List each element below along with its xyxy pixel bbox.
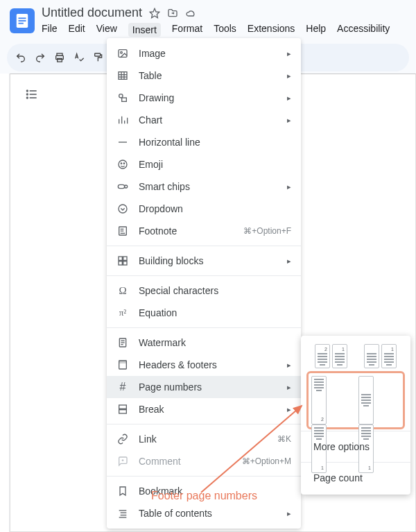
svg-point-14: [27, 97, 28, 98]
menu-item-dropdown[interactable]: Dropdown: [107, 198, 301, 220]
menu-item-emoji[interactable]: Emoji: [107, 153, 301, 175]
menu-item-label: Horizontal line: [139, 137, 291, 148]
menu-item-label: Building blocks: [139, 255, 277, 266]
svg-rect-17: [119, 72, 127, 80]
svg-rect-23: [122, 98, 127, 101]
menu-tools[interactable]: Tools: [214, 23, 236, 37]
svg-rect-48: [119, 361, 127, 363]
break-icon: [116, 403, 129, 415]
app-header: Untitled document File Edit View Insert …: [0, 0, 416, 37]
pagenum-footer-skip-first-option[interactable]: 1: [358, 376, 400, 424]
menu-help[interactable]: Help: [306, 23, 326, 37]
menu-item-label: Footnote: [139, 225, 234, 237]
menu-item-label: Table of contents: [139, 508, 277, 519]
hr-icon: [116, 136, 129, 148]
drawing-icon: [116, 92, 129, 104]
submenu-arrow-icon: ▸: [287, 71, 291, 80]
page-numbers-submenu: 2 1 1 2 1 1 More options Page count: [301, 336, 410, 495]
docs-logo[interactable]: [10, 8, 35, 33]
outline-toggle-icon[interactable]: [25, 87, 39, 104]
spellcheck-icon[interactable]: [73, 52, 85, 63]
pagenum-footer-right-option[interactable]: 2 1: [311, 376, 353, 424]
menu-item-table[interactable]: Table▸: [107, 65, 301, 87]
link-icon: [116, 433, 129, 445]
menu-item-smart-chips[interactable]: Smart chips▸: [107, 175, 301, 198]
menu-shortcut: ⌘+Option+M: [242, 456, 291, 466]
menu-item-label: Watermark: [139, 337, 291, 348]
svg-point-30: [121, 163, 121, 164]
svg-rect-40: [123, 257, 127, 260]
pagenum-header-skip-first-option[interactable]: 1: [358, 344, 402, 368]
svg-point-34: [119, 205, 127, 213]
svg-point-22: [119, 94, 123, 98]
svg-rect-42: [123, 261, 127, 265]
menu-item-link[interactable]: Link⌘K: [107, 428, 301, 450]
footnote-icon: [116, 225, 129, 237]
svg-point-29: [119, 160, 127, 169]
menu-insert[interactable]: Insert: [128, 23, 161, 37]
menu-item-comment: Comment⌘+Option+M: [107, 450, 301, 472]
menu-item-headers-footers[interactable]: Headers & footers▸: [107, 354, 301, 376]
menu-item-label: Page numbers: [139, 381, 277, 393]
menu-edit[interactable]: Edit: [69, 23, 85, 37]
menu-item-label: Table: [139, 70, 277, 81]
svg-rect-15: [119, 50, 127, 58]
menu-item-label: Drawing: [139, 92, 277, 103]
submenu-arrow-icon: ▸: [287, 49, 291, 58]
watermark-icon: [116, 336, 129, 349]
svg-point-13: [27, 94, 28, 95]
menu-item-watermark[interactable]: Watermark: [107, 332, 301, 354]
menu-item-break[interactable]: Break▸: [107, 398, 301, 420]
menu-item-building-blocks[interactable]: Building blocks▸: [107, 250, 301, 272]
dropdown-icon: [116, 203, 129, 215]
svg-marker-4: [150, 8, 159, 17]
menu-item-label: Special characters: [139, 285, 291, 296]
pagenum-header-right-option[interactable]: 2 1: [309, 344, 353, 368]
menu-file[interactable]: File: [42, 23, 58, 37]
svg-rect-1: [19, 17, 26, 19]
menu-item-label: Break: [139, 404, 277, 415]
menu-item-label: Chart: [139, 114, 277, 126]
blocks-icon: [116, 255, 129, 267]
move-icon[interactable]: [167, 8, 178, 19]
svg-point-12: [27, 90, 28, 92]
menu-format[interactable]: Format: [172, 23, 202, 37]
bookmark-icon: [116, 485, 129, 497]
menu-item-label: Link: [139, 434, 268, 445]
menu-extensions[interactable]: Extensions: [248, 23, 295, 37]
menu-accessibility[interactable]: Accessibility: [337, 23, 390, 37]
svg-rect-8: [95, 53, 101, 56]
menu-item-image[interactable]: Image▸: [107, 42, 301, 65]
menu-item-chart[interactable]: Chart▸: [107, 109, 301, 131]
menu-shortcut: ⌘K: [277, 434, 291, 444]
headers-icon: [116, 359, 129, 371]
image-icon: [116, 47, 129, 60]
star-icon[interactable]: [149, 8, 160, 19]
redo-icon[interactable]: [35, 52, 46, 63]
submenu-arrow-icon: ▸: [287, 383, 291, 392]
print-icon[interactable]: [54, 52, 65, 63]
menu-item-table-of-contents[interactable]: Table of contents▸: [107, 502, 301, 524]
svg-rect-49: [119, 405, 127, 409]
menu-item-horizontal-line[interactable]: Horizontal line: [107, 131, 301, 153]
vertical-ruler: [0, 74, 10, 532]
chips-icon: [116, 180, 129, 193]
menu-item-drawing[interactable]: Drawing▸: [107, 87, 301, 109]
emoji-icon: [116, 158, 129, 171]
menu-item-page-numbers[interactable]: #Page numbers▸: [107, 376, 301, 398]
document-title[interactable]: Untitled document: [42, 6, 142, 20]
toc-icon: [116, 507, 129, 520]
table-icon: [116, 69, 129, 82]
undo-icon[interactable]: [15, 52, 26, 63]
svg-rect-39: [119, 257, 122, 260]
menu-item-label: Headers & footers: [139, 359, 277, 370]
menu-item-footnote[interactable]: Footnote⌘+Option+F: [107, 220, 301, 242]
svg-rect-32: [118, 185, 124, 188]
menu-item-equation[interactable]: π²Equation: [107, 302, 301, 324]
cloud-icon[interactable]: [185, 8, 196, 19]
submenu-arrow-icon: ▸: [287, 116, 291, 125]
menu-item-special-characters[interactable]: ΩSpecial characters: [107, 280, 301, 302]
paint-format-icon[interactable]: [93, 52, 104, 63]
submenu-arrow-icon: ▸: [287, 405, 291, 414]
menu-view[interactable]: View: [96, 23, 117, 37]
